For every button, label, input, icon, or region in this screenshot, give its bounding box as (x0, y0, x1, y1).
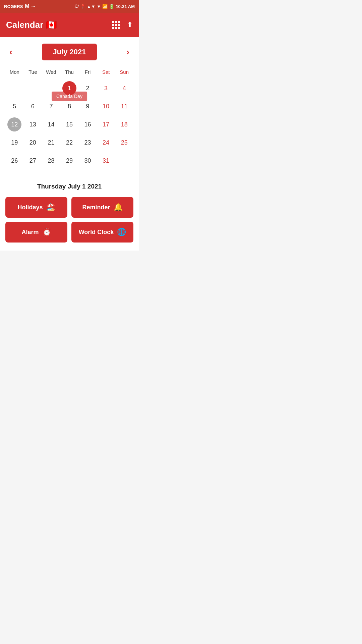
cal-day-28[interactable]: 28 (42, 152, 60, 169)
month-title[interactable]: July 2021 (42, 44, 97, 60)
cal-day-25[interactable]: 25 (115, 134, 133, 151)
gmail-icon: M (25, 3, 29, 9)
day-header-wed: Wed (42, 67, 60, 77)
cal-day-empty (24, 79, 42, 97)
day-header-mon: Mon (5, 67, 24, 77)
location-icon: 📍 (80, 4, 85, 9)
cal-day-15[interactable]: 15 (60, 116, 79, 133)
day-header-fri: Fri (78, 67, 97, 77)
holidays-label: Holidays (17, 204, 43, 211)
reminder-icon: 🔔 (114, 203, 123, 212)
dots-icon: ··· (32, 4, 35, 9)
header-actions: ⬆ (112, 20, 133, 29)
grid-view-icon[interactable] (112, 21, 120, 29)
cal-day-26[interactable]: 26 (5, 152, 24, 169)
cal-day-27[interactable]: 27 (24, 152, 42, 169)
day-number-1: 1 (62, 81, 76, 95)
next-month-button[interactable]: › (122, 45, 133, 59)
cal-day-24[interactable]: 24 (97, 134, 115, 151)
month-nav: ‹ July 2021 › (5, 44, 133, 60)
app-title-container: Calendar 🇨🇦 (6, 20, 57, 30)
day-header-tue: Tue (24, 67, 42, 77)
status-bar: ROGERS M ··· 🛡 📍 ▲▼ ▼ 📶 🔋 10:31 AM (0, 0, 139, 13)
cal-day-1[interactable]: 1 Canada Day (60, 79, 79, 97)
cal-day-18[interactable]: 18 (115, 116, 133, 133)
battery-icon: 🔋 (109, 4, 114, 9)
cal-day-empty (5, 79, 24, 97)
world-clock-button[interactable]: World Clock 🌐 (71, 222, 133, 243)
day-header-thu: Thu (60, 67, 79, 77)
cal-day-3[interactable]: 3 (97, 79, 115, 97)
day-headers: Mon Tue Wed Thu Fri Sat Sun (5, 67, 133, 77)
holidays-icon: 🏖️ (46, 203, 55, 212)
cal-day-10[interactable]: 10 (97, 98, 115, 115)
shield-icon: 🛡 (74, 4, 79, 9)
prev-month-button[interactable]: ‹ (5, 45, 16, 59)
time-display: 10:31 AM (116, 4, 135, 9)
cal-day-30[interactable]: 30 (78, 152, 97, 169)
selected-date-label: Thursday July 1 2021 (0, 175, 139, 197)
calendar-grid: 1 Canada Day 2 3 4 5 6 7 8 9 10 11 12 13… (5, 79, 133, 169)
cal-day-11[interactable]: 11 (115, 98, 133, 115)
alarm-label: Alarm (21, 229, 39, 236)
cal-day-22[interactable]: 22 (60, 134, 79, 151)
wifi-icon: ▼ (97, 4, 101, 9)
reminder-label: Reminder (82, 204, 110, 211)
cal-day-21[interactable]: 21 (42, 134, 60, 151)
share-icon[interactable]: ⬆ (127, 20, 133, 29)
world-clock-label: World Clock (79, 229, 114, 236)
cal-day-16[interactable]: 16 (78, 116, 97, 133)
cal-day-19[interactable]: 19 (5, 134, 24, 151)
cal-day-13[interactable]: 13 (24, 116, 42, 133)
alarm-icon: ⏰ (42, 228, 51, 236)
flag-icon: 🇨🇦 (46, 20, 57, 30)
action-buttons: Holidays 🏖️ Reminder 🔔 Alarm ⏰ World Clo… (0, 197, 139, 251)
alarm-button[interactable]: Alarm ⏰ (5, 222, 67, 243)
app-header: Calendar 🇨🇦 ⬆ (0, 13, 139, 37)
carrier-text: ROGERS (4, 4, 23, 9)
cal-day-23[interactable]: 23 (78, 134, 97, 151)
cal-day-14[interactable]: 14 (42, 116, 60, 133)
cal-day-5[interactable]: 5 (5, 98, 24, 115)
cal-day-31[interactable]: 31 (97, 152, 115, 169)
day-header-sun: Sun (115, 67, 133, 77)
status-left: ROGERS M ··· (4, 3, 35, 9)
cal-day-20[interactable]: 20 (24, 134, 42, 151)
network-icon: 📶 (102, 4, 108, 9)
status-right: 🛡 📍 ▲▼ ▼ 📶 🔋 10:31 AM (74, 4, 135, 9)
cal-day-8[interactable]: 8 (60, 98, 79, 115)
signal-icon: ▲▼ (87, 4, 96, 9)
app-title-text: Calendar (6, 20, 43, 30)
cal-day-12[interactable]: 12 (5, 116, 24, 133)
cal-day-2[interactable]: 2 (78, 79, 97, 97)
cal-day-6[interactable]: 6 (24, 98, 42, 115)
reminder-button[interactable]: Reminder 🔔 (71, 197, 133, 218)
cal-day-empty (42, 79, 60, 97)
cal-day-17[interactable]: 17 (97, 116, 115, 133)
cal-day-29[interactable]: 29 (60, 152, 79, 169)
cal-day-9[interactable]: 9 (78, 98, 97, 115)
world-clock-icon: 🌐 (117, 228, 126, 236)
calendar-container: ‹ July 2021 › Mon Tue Wed Thu Fri Sat Su… (0, 37, 139, 175)
cal-day-empty-end (115, 152, 133, 169)
cal-day-4[interactable]: 4 (115, 79, 133, 97)
holidays-button[interactable]: Holidays 🏖️ (5, 197, 67, 218)
day-header-sat: Sat (97, 67, 115, 77)
cal-day-7[interactable]: 7 (42, 98, 60, 115)
